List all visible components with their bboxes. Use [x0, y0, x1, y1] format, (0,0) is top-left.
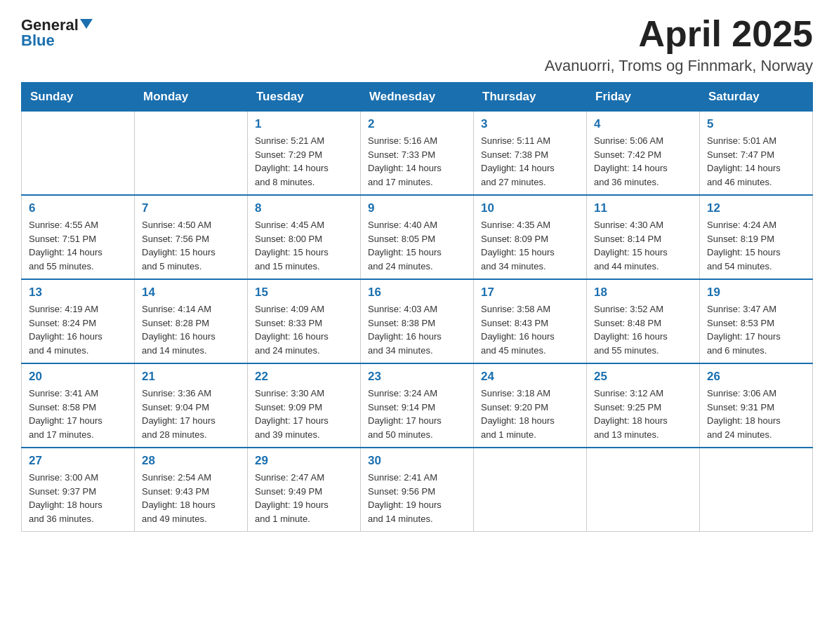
calendar-cell	[587, 448, 700, 532]
logo-blue-text: Blue	[21, 33, 55, 48]
calendar-cell: 13Sunrise: 4:19 AM Sunset: 8:24 PM Dayli…	[22, 279, 135, 363]
day-number: 27	[29, 454, 127, 468]
header-tuesday: Tuesday	[248, 83, 361, 112]
week-row-1: 1Sunrise: 5:21 AM Sunset: 7:29 PM Daylig…	[22, 112, 813, 196]
day-info: Sunrise: 3:58 AM Sunset: 8:43 PM Dayligh…	[481, 302, 579, 357]
calendar-cell: 14Sunrise: 4:14 AM Sunset: 8:28 PM Dayli…	[135, 279, 248, 363]
header-monday: Monday	[135, 83, 248, 112]
day-info: Sunrise: 2:47 AM Sunset: 9:49 PM Dayligh…	[255, 471, 353, 525]
calendar-table: SundayMondayTuesdayWednesdayThursdayFrid…	[21, 82, 813, 532]
header-row: SundayMondayTuesdayWednesdayThursdayFrid…	[22, 83, 813, 112]
day-number: 19	[707, 286, 805, 300]
day-number: 20	[29, 370, 127, 384]
day-info: Sunrise: 4:30 AM Sunset: 8:14 PM Dayligh…	[594, 218, 692, 273]
day-info: Sunrise: 5:21 AM Sunset: 7:29 PM Dayligh…	[255, 134, 353, 189]
week-row-4: 20Sunrise: 3:41 AM Sunset: 8:58 PM Dayli…	[22, 363, 813, 448]
day-number: 10	[481, 201, 579, 215]
day-number: 24	[481, 370, 579, 384]
day-info: Sunrise: 3:00 AM Sunset: 9:37 PM Dayligh…	[29, 471, 127, 525]
day-info: Sunrise: 3:52 AM Sunset: 8:48 PM Dayligh…	[594, 302, 692, 357]
day-number: 25	[594, 370, 692, 384]
day-info: Sunrise: 4:35 AM Sunset: 8:09 PM Dayligh…	[481, 218, 579, 273]
day-number: 6	[29, 201, 127, 215]
day-number: 15	[255, 286, 353, 300]
day-number: 14	[142, 286, 240, 300]
day-info: Sunrise: 3:18 AM Sunset: 9:20 PM Dayligh…	[481, 387, 579, 441]
logo: General Blue	[21, 14, 93, 48]
header-thursday: Thursday	[474, 83, 587, 112]
logo-triangle-icon	[80, 19, 93, 29]
header-friday: Friday	[587, 83, 700, 112]
day-info: Sunrise: 5:06 AM Sunset: 7:42 PM Dayligh…	[594, 134, 692, 189]
header-sunday: Sunday	[22, 83, 135, 112]
day-info: Sunrise: 3:06 AM Sunset: 9:31 PM Dayligh…	[707, 387, 805, 441]
day-info: Sunrise: 2:54 AM Sunset: 9:43 PM Dayligh…	[142, 471, 240, 525]
calendar-cell: 30Sunrise: 2:41 AM Sunset: 9:56 PM Dayli…	[361, 448, 474, 532]
calendar-cell: 8Sunrise: 4:45 AM Sunset: 8:00 PM Daylig…	[248, 195, 361, 279]
day-number: 28	[142, 454, 240, 468]
calendar-cell: 26Sunrise: 3:06 AM Sunset: 9:31 PM Dayli…	[700, 363, 813, 448]
day-info: Sunrise: 3:36 AM Sunset: 9:04 PM Dayligh…	[142, 387, 240, 441]
calendar-cell: 23Sunrise: 3:24 AM Sunset: 9:14 PM Dayli…	[361, 363, 474, 448]
calendar-cell: 27Sunrise: 3:00 AM Sunset: 9:37 PM Dayli…	[22, 448, 135, 532]
day-info: Sunrise: 5:16 AM Sunset: 7:33 PM Dayligh…	[368, 134, 466, 189]
day-info: Sunrise: 3:24 AM Sunset: 9:14 PM Dayligh…	[368, 387, 466, 441]
calendar-cell	[135, 112, 248, 196]
day-number: 11	[594, 201, 692, 215]
day-number: 17	[481, 286, 579, 300]
calendar-cell: 24Sunrise: 3:18 AM Sunset: 9:20 PM Dayli…	[474, 363, 587, 448]
day-info: Sunrise: 4:14 AM Sunset: 8:28 PM Dayligh…	[142, 302, 240, 357]
calendar-cell: 25Sunrise: 3:12 AM Sunset: 9:25 PM Dayli…	[587, 363, 700, 448]
day-info: Sunrise: 4:19 AM Sunset: 8:24 PM Dayligh…	[29, 302, 127, 357]
logo-general-text: General	[21, 18, 79, 33]
day-info: Sunrise: 4:45 AM Sunset: 8:00 PM Dayligh…	[255, 218, 353, 273]
calendar-cell: 18Sunrise: 3:52 AM Sunset: 8:48 PM Dayli…	[587, 279, 700, 363]
calendar-cell: 4Sunrise: 5:06 AM Sunset: 7:42 PM Daylig…	[587, 112, 700, 196]
day-info: Sunrise: 3:12 AM Sunset: 9:25 PM Dayligh…	[594, 387, 692, 441]
day-info: Sunrise: 4:24 AM Sunset: 8:19 PM Dayligh…	[707, 218, 805, 273]
day-number: 5	[707, 117, 805, 131]
calendar-cell: 5Sunrise: 5:01 AM Sunset: 7:47 PM Daylig…	[700, 112, 813, 196]
day-number: 21	[142, 370, 240, 384]
calendar-cell: 6Sunrise: 4:55 AM Sunset: 7:51 PM Daylig…	[22, 195, 135, 279]
day-info: Sunrise: 4:09 AM Sunset: 8:33 PM Dayligh…	[255, 302, 353, 357]
day-number: 16	[368, 286, 466, 300]
day-number: 8	[255, 201, 353, 215]
day-number: 2	[368, 117, 466, 131]
calendar-cell: 29Sunrise: 2:47 AM Sunset: 9:49 PM Dayli…	[248, 448, 361, 532]
location-subtitle: Avanuorri, Troms og Finnmark, Norway	[545, 57, 813, 75]
day-number: 26	[707, 370, 805, 384]
calendar-cell: 2Sunrise: 5:16 AM Sunset: 7:33 PM Daylig…	[361, 112, 474, 196]
calendar-cell: 1Sunrise: 5:21 AM Sunset: 7:29 PM Daylig…	[248, 112, 361, 196]
day-number: 29	[255, 454, 353, 468]
calendar-cell: 16Sunrise: 4:03 AM Sunset: 8:38 PM Dayli…	[361, 279, 474, 363]
day-number: 3	[481, 117, 579, 131]
day-info: Sunrise: 3:41 AM Sunset: 8:58 PM Dayligh…	[29, 387, 127, 441]
calendar-cell: 28Sunrise: 2:54 AM Sunset: 9:43 PM Dayli…	[135, 448, 248, 532]
calendar-cell: 19Sunrise: 3:47 AM Sunset: 8:53 PM Dayli…	[700, 279, 813, 363]
calendar-cell: 7Sunrise: 4:50 AM Sunset: 7:56 PM Daylig…	[135, 195, 248, 279]
week-row-5: 27Sunrise: 3:00 AM Sunset: 9:37 PM Dayli…	[22, 448, 813, 532]
day-info: Sunrise: 5:11 AM Sunset: 7:38 PM Dayligh…	[481, 134, 579, 189]
day-number: 9	[368, 201, 466, 215]
header-saturday: Saturday	[700, 83, 813, 112]
day-number: 7	[142, 201, 240, 215]
day-number: 22	[255, 370, 353, 384]
week-row-2: 6Sunrise: 4:55 AM Sunset: 7:51 PM Daylig…	[22, 195, 813, 279]
calendar-cell	[474, 448, 587, 532]
calendar-cell: 9Sunrise: 4:40 AM Sunset: 8:05 PM Daylig…	[361, 195, 474, 279]
day-info: Sunrise: 5:01 AM Sunset: 7:47 PM Dayligh…	[707, 134, 805, 189]
calendar-cell: 3Sunrise: 5:11 AM Sunset: 7:38 PM Daylig…	[474, 112, 587, 196]
month-year-title: April 2025	[545, 14, 813, 54]
header-wednesday: Wednesday	[361, 83, 474, 112]
day-info: Sunrise: 3:30 AM Sunset: 9:09 PM Dayligh…	[255, 387, 353, 441]
week-row-3: 13Sunrise: 4:19 AM Sunset: 8:24 PM Dayli…	[22, 279, 813, 363]
calendar-cell: 15Sunrise: 4:09 AM Sunset: 8:33 PM Dayli…	[248, 279, 361, 363]
calendar-cell: 22Sunrise: 3:30 AM Sunset: 9:09 PM Dayli…	[248, 363, 361, 448]
calendar-cell: 12Sunrise: 4:24 AM Sunset: 8:19 PM Dayli…	[700, 195, 813, 279]
day-number: 13	[29, 286, 127, 300]
day-number: 1	[255, 117, 353, 131]
calendar-cell: 10Sunrise: 4:35 AM Sunset: 8:09 PM Dayli…	[474, 195, 587, 279]
calendar-cell: 11Sunrise: 4:30 AM Sunset: 8:14 PM Dayli…	[587, 195, 700, 279]
day-number: 30	[368, 454, 466, 468]
